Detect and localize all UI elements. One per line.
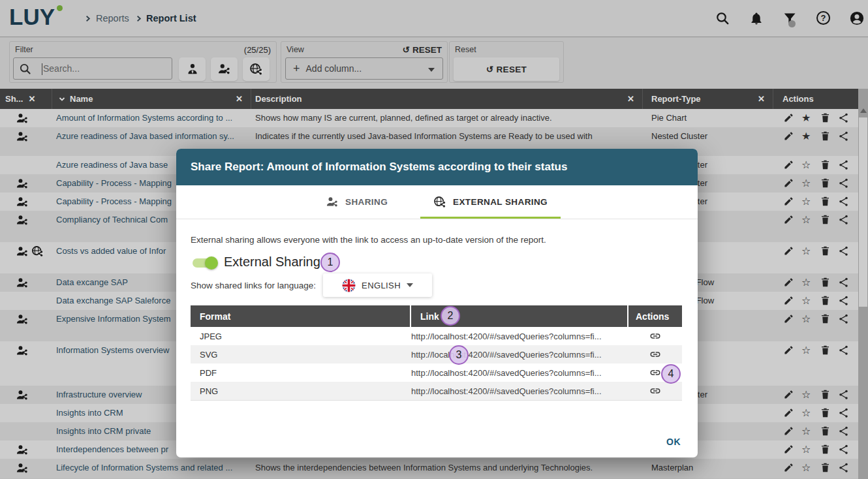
- dialog-tabs: SHARING EXTERNAL SHARING: [176, 185, 698, 219]
- share-link-row: PNGhttp://localhost:4200/#/savedQueries?…: [191, 382, 682, 400]
- link-actions: [628, 385, 682, 397]
- tab-sharing[interactable]: SHARING: [313, 185, 401, 219]
- link-button[interactable]: [649, 367, 661, 379]
- language-select[interactable]: ENGLISH: [323, 273, 432, 297]
- link-button[interactable]: [649, 348, 661, 360]
- share-link-text[interactable]: http://localhost:4200/#/savedQueries?col…: [411, 386, 628, 396]
- person-share-icon: [326, 196, 339, 208]
- format-cell: SVG: [191, 350, 411, 360]
- link-icon: [649, 385, 661, 397]
- annotation-1: 1: [320, 253, 340, 272]
- link-button[interactable]: [649, 385, 661, 397]
- share-link-text[interactable]: http://localhost:4200/#/savedQueries?col…: [411, 368, 628, 378]
- dialog-title: Share Report: Amount of Information Syst…: [176, 149, 698, 185]
- language-value: ENGLISH: [362, 281, 401, 290]
- uk-flag-icon: [342, 279, 356, 292]
- share-links-header: Format Link Actions: [191, 305, 682, 327]
- share-link-row: PDFhttp://localhost:4200/#/savedQueries?…: [191, 363, 682, 382]
- share-link-row: JPEGhttp://localhost:4200/#/savedQueries…: [191, 327, 682, 345]
- link-icon: [649, 367, 661, 379]
- external-sharing-heading: External Sharing: [224, 255, 320, 270]
- share-links-table: Format Link Actions JPEGhttp://localhost…: [191, 305, 682, 401]
- share-report-dialog: Share Report: Amount of Information Syst…: [176, 149, 698, 457]
- tab-external-sharing[interactable]: EXTERNAL SHARING: [420, 185, 561, 219]
- external-sharing-description: External sharing allows everyone with th…: [191, 235, 674, 245]
- language-label: Show shared links for language:: [191, 281, 316, 290]
- ok-button[interactable]: OK: [666, 437, 681, 447]
- link-actions: [628, 348, 682, 360]
- annotation-4: 4: [661, 364, 681, 384]
- link-icon: [649, 348, 661, 360]
- column-header-actions: Actions: [628, 305, 682, 327]
- external-sharing-toggle[interactable]: [193, 258, 216, 268]
- chevron-down-icon: [407, 283, 413, 287]
- link-actions: [628, 330, 682, 342]
- column-header-format: Format: [191, 305, 410, 327]
- share-link-text[interactable]: http://localhost:4200/#/savedQueries?col…: [411, 332, 628, 341]
- annotation-3: 3: [449, 345, 469, 365]
- share-link-text[interactable]: http://localhost:4200/#/savedQueries?col…: [411, 350, 628, 360]
- toggle-knob: [205, 256, 218, 270]
- uk-flag-icon: [342, 279, 356, 292]
- share-link-row: SVGhttp://localhost:4200/#/savedQueries?…: [191, 345, 682, 363]
- format-cell: PNG: [191, 386, 411, 396]
- annotation-2: 2: [441, 306, 460, 326]
- format-cell: JPEG: [191, 332, 411, 341]
- link-button[interactable]: [649, 330, 661, 342]
- link-icon: [649, 330, 661, 342]
- format-cell: PDF: [191, 368, 411, 378]
- globe-share-icon: [433, 196, 446, 209]
